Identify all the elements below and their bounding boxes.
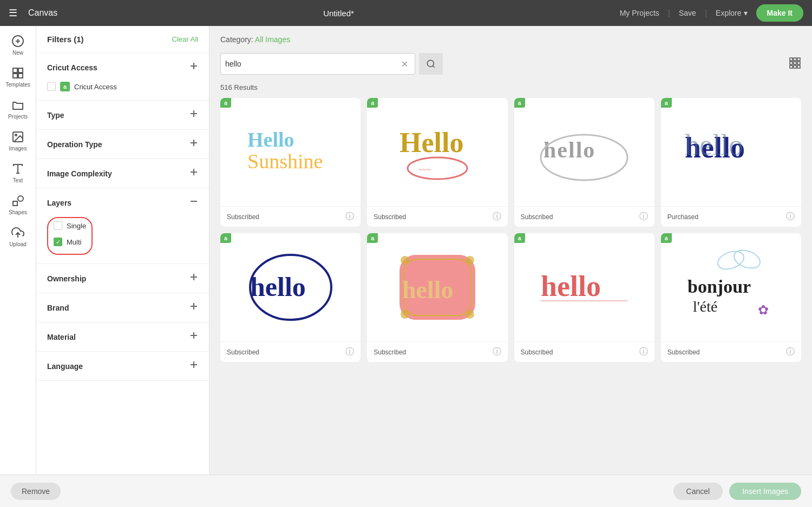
filter-section-material: Material [36, 322, 209, 352]
type-title: Type [47, 111, 64, 120]
image-icon [11, 130, 24, 143]
results-count: 516 Results [209, 81, 812, 98]
insert-images-button[interactable]: Insert Images [729, 483, 801, 500]
grid-toggle-button[interactable] [788, 56, 801, 71]
filter-section-operation-type: Operation Type [36, 130, 209, 159]
explore-dropdown[interactable]: Explore ▾ [716, 9, 747, 17]
image-complexity-header[interactable]: Image Complexity [36, 159, 209, 188]
sidebar-item-projects[interactable]: Projects [0, 94, 36, 124]
bottom-right-actions: Cancel Insert Images [673, 483, 801, 500]
clear-all-button[interactable]: Clear All [172, 35, 198, 43]
single-checkbox[interactable] [54, 221, 62, 230]
cricut-badge: a [367, 233, 378, 243]
category-link[interactable]: All Images [255, 35, 290, 44]
make-it-button[interactable]: Make It [756, 4, 803, 22]
operation-type-header[interactable]: Operation Type [36, 130, 209, 159]
svg-rect-40 [794, 65, 796, 68]
sidebar-item-text[interactable]: Text [0, 158, 36, 188]
svg-text:~~~: ~~~ [418, 166, 431, 174]
multi-checkbox[interactable]: ✓ [54, 238, 62, 246]
image-card-6[interactable]: a hello Subscribed ⓘ [367, 233, 507, 362]
language-toggle[interactable] [189, 360, 198, 372]
image-label-4: Purchased [667, 213, 698, 221]
image-card-4[interactable]: a hello hello Purchased ⓘ [661, 98, 801, 227]
image-card-5[interactable]: a hello Subscribed ⓘ [220, 233, 361, 362]
svg-point-62 [716, 248, 746, 272]
image-label-1: Subscribed [227, 213, 259, 221]
cricut-access-content: a Cricut Access [36, 82, 209, 100]
operation-type-toggle[interactable] [189, 139, 198, 150]
image-card-1[interactable]: a Hello Sunshine Subscribed ⓘ [220, 98, 361, 227]
cricut-access-label: Cricut Access [74, 83, 117, 91]
type-header[interactable]: Type [36, 101, 209, 129]
cancel-button[interactable]: Cancel [673, 483, 723, 500]
top-navigation: ☰ Canvas Untitled* My Projects | Save | … [0, 0, 812, 26]
single-label: Single [67, 222, 86, 230]
ownership-toggle[interactable] [189, 273, 198, 284]
save-link[interactable]: Save [679, 9, 696, 17]
hamburger-icon[interactable]: ☰ [9, 7, 17, 19]
material-header[interactable]: Material [36, 322, 209, 351]
cricut-access-toggle[interactable] [189, 62, 198, 73]
brand-header[interactable]: Brand [36, 293, 209, 322]
ownership-header[interactable]: Ownership [36, 264, 209, 293]
plus-icon [189, 109, 198, 118]
sidebar-item-templates[interactable]: Templates [0, 62, 36, 92]
layers-header[interactable]: Layers [36, 188, 209, 217]
info-icon-3[interactable]: ⓘ [639, 211, 648, 222]
image-card-8-footer: Subscribed ⓘ [661, 341, 801, 362]
image-card-3[interactable]: a hello Subscribed ⓘ [514, 98, 654, 227]
cricut-access-checkbox[interactable] [47, 82, 56, 91]
info-icon-5[interactable]: ⓘ [345, 346, 354, 358]
svg-point-57 [466, 256, 474, 265]
cricut-badge: a [661, 98, 672, 108]
category-text: Category: All Images [220, 35, 290, 44]
sidebar-item-images[interactable]: Images [0, 126, 36, 156]
hello-navy-image: hello hello [682, 109, 780, 195]
info-icon-4[interactable]: ⓘ [786, 211, 795, 222]
material-title: Material [47, 333, 76, 341]
image-card-5-footer: Subscribed ⓘ [220, 341, 361, 362]
image-card-2[interactable]: a Hello ~~~ Subscribed ⓘ [367, 98, 507, 227]
brand-toggle[interactable] [189, 302, 198, 313]
info-icon-7[interactable]: ⓘ [639, 346, 648, 358]
info-icon-1[interactable]: ⓘ [345, 211, 354, 222]
sidebar-item-new[interactable]: New [0, 30, 36, 60]
layers-toggle[interactable] [189, 197, 198, 208]
search-button[interactable] [419, 53, 443, 75]
remove-button[interactable]: Remove [11, 483, 61, 500]
svg-rect-3 [13, 68, 17, 73]
folder-icon [11, 98, 24, 111]
cricut-access-header[interactable]: Cricut Access [36, 53, 209, 82]
filter-title: Filters (1) [47, 35, 84, 44]
info-icon-6[interactable]: ⓘ [493, 346, 501, 358]
image-card-8[interactable]: a bonjour l'été ✿ Subscribed ⓘ [661, 233, 801, 362]
image-card-3-image: a hello [514, 98, 654, 206]
filter-section-brand: Brand [36, 293, 209, 322]
filter-header: Filters (1) Clear All [36, 26, 209, 53]
cricut-badge: a [367, 98, 378, 108]
image-complexity-toggle[interactable] [189, 168, 198, 179]
sidebar-item-shapes[interactable]: Shapes [0, 190, 36, 220]
svg-text:hello: hello [541, 270, 601, 302]
info-icon-8[interactable]: ⓘ [786, 346, 795, 358]
search-input[interactable] [225, 60, 399, 68]
search-clear-icon[interactable]: ✕ [399, 59, 410, 69]
type-toggle[interactable] [189, 109, 198, 121]
svg-rect-11 [13, 201, 17, 206]
info-icon-2[interactable]: ⓘ [493, 211, 501, 222]
plus-icon [11, 35, 24, 48]
content-area: Category: All Images ✕ [209, 26, 812, 475]
language-header[interactable]: Language [36, 352, 209, 380]
image-card-7[interactable]: a hello Subscribed ⓘ [514, 233, 654, 362]
sidebar-item-upload[interactable]: Upload [0, 222, 36, 252]
operation-type-title: Operation Type [47, 140, 102, 149]
my-projects-link[interactable]: My Projects [620, 9, 659, 17]
text-icon [11, 162, 24, 175]
svg-line-32 [433, 65, 434, 67]
svg-rect-37 [794, 62, 796, 64]
svg-point-8 [15, 134, 17, 136]
svg-point-58 [401, 310, 409, 319]
material-toggle[interactable] [189, 331, 198, 343]
plus-icon [189, 360, 198, 369]
